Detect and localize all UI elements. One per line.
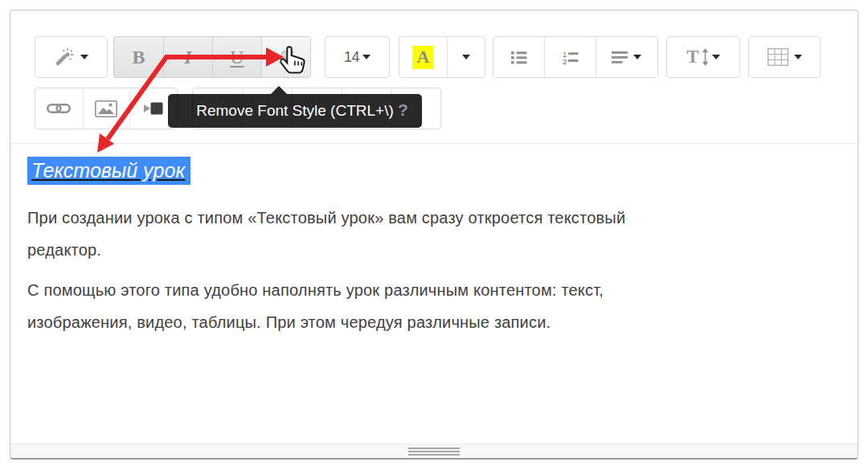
resize-grip-line [408,454,460,456]
font-color-group: A [399,36,485,78]
caret-down-icon [362,55,371,59]
link-icon [47,102,71,115]
insert-group [35,88,178,129]
resize-grip-line [408,451,460,452]
up-down-arrow-icon [702,48,709,66]
font-color-button[interactable]: A [399,37,447,77]
caret-down-icon [712,55,720,59]
paragraph-group: 1 2 [493,36,658,78]
paragraph-align-icon [612,51,628,63]
image-icon [95,100,117,117]
font-style-group: B I U [113,36,311,78]
video-icon [143,102,164,115]
remove-font-style-button[interactable] [261,37,310,77]
resize-handle[interactable] [10,444,858,458]
lesson-heading[interactable]: Текстовый урок [27,159,190,182]
text-editor-page: B I U 14 A [0,0,868,466]
unordered-list-button[interactable] [493,37,544,77]
table-group [748,36,821,78]
ordered-list-icon: 1 2 [563,51,579,64]
line-height-button[interactable]: T [667,37,739,77]
svg-text:2: 2 [563,56,567,64]
font-color-icon: A [412,46,433,69]
paragraph-1[interactable]: При создании урока с типом «Текстовый ур… [27,202,625,266]
paragraph-align-button[interactable] [596,37,657,77]
italic-button[interactable]: I [163,37,212,77]
remove-font-style-tooltip: Remove Font Style (CTRL+\) [168,94,422,128]
italic-icon: I [184,47,191,68]
caret-down-icon [633,55,641,59]
underline-icon: U [230,47,244,68]
magic-wand-icon [54,47,75,67]
image-button[interactable] [83,88,130,129]
font-size-button[interactable]: 14 [326,37,389,77]
paragraph-line: При создании урока с типом «Текстовый ур… [27,202,625,234]
font-color-caret-button[interactable] [447,37,485,77]
paragraph-line: изображения, видео, таблицы. При этом че… [27,306,604,338]
bold-button[interactable]: B [114,37,163,77]
caret-down-icon [462,55,470,59]
caret-down-icon [80,55,88,59]
paragraph-line: редактор. [27,234,625,266]
link-button[interactable] [35,88,83,129]
help-icon[interactable]: ? [398,100,408,120]
ordered-list-button[interactable]: 1 2 [544,37,595,77]
bold-icon: B [132,47,145,68]
paragraph-2[interactable]: С помощью этого типа удобно наполнять ур… [27,274,604,338]
selected-heading-text[interactable]: Текстовый урок [27,157,190,185]
line-height-icon: T [686,47,698,67]
table-grid-icon [768,48,788,66]
unordered-list-icon [511,51,527,64]
magic-style-dropdown-button[interactable] [35,37,107,77]
tooltip-text: Remove Font Style (CTRL+\) [196,102,394,120]
editor-frame: B I U 14 A [10,10,858,460]
table-button[interactable] [749,37,820,77]
underline-button[interactable]: U [212,37,261,77]
font-size-group: 14 [325,36,390,78]
eraser-icon [276,50,296,64]
caret-down-icon [794,55,802,59]
style-group [35,36,108,78]
paragraph-line: С помощью этого типа удобно наполнять ур… [27,274,604,306]
font-size-value: 14 [344,49,359,66]
resize-grip-line [408,448,460,449]
toolbar-divider [10,143,858,144]
line-height-group: T [666,36,740,78]
